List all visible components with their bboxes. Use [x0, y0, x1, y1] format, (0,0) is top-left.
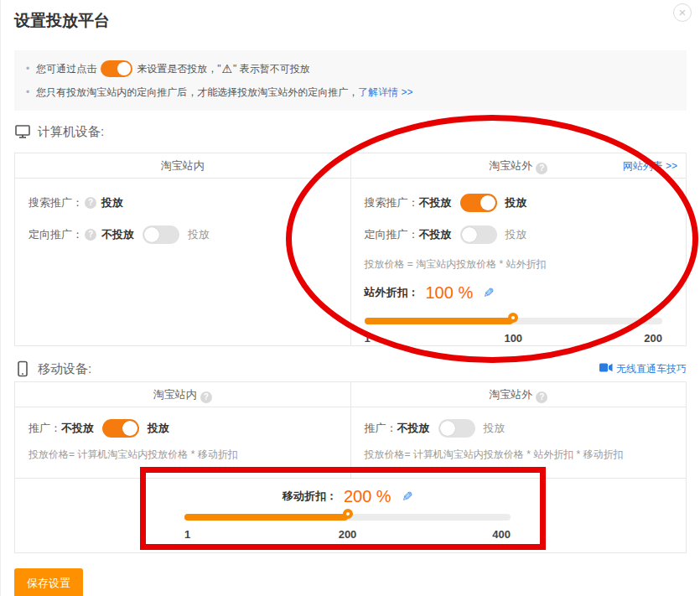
wireless-tips-link[interactable]: 无线直通车技巧 [599, 362, 687, 376]
offsite-discount-label: 站外折扣： [365, 285, 419, 300]
computer-onsite-header: 淘宝站内 [15, 153, 350, 178]
mobile-discount-head: 移动折扣： 200 % ✎ [184, 485, 511, 507]
slider-handle[interactable] [343, 509, 353, 519]
mobile-discount-label: 移动折扣： [283, 489, 337, 504]
search-state: 投放 [101, 195, 123, 210]
notice-line-2: • 您只有投放淘宝站内的定向推广后，才能选择投放淘宝站外的定向推广， 了解详情 … [26, 80, 675, 104]
pc-onsite-search-row: 搜索推广： ? 投放 [29, 194, 337, 212]
page-title: 设置投放平台 [1, 0, 700, 32]
slider-fill [184, 514, 348, 521]
help-icon[interactable]: ? [536, 163, 547, 174]
pc-offsite-target-toggle[interactable] [460, 225, 497, 244]
computer-icon [14, 123, 31, 140]
notice-line-1: • 您可通过点击 来设置是否投放，" ⚠ " 表示暂不可投放 [26, 57, 675, 80]
slider-labels: 1 200 400 [184, 527, 511, 542]
warning-icon: ⚠ [221, 62, 232, 75]
slider-max: 200 [644, 331, 662, 346]
mobile-section-title: 移动设备: [38, 361, 91, 377]
off-state-label: 不投放 [101, 227, 134, 242]
mobile-discount-slider: 1 200 400 [184, 509, 511, 542]
on-state-label: 投放 [506, 227, 527, 242]
pc-offsite-search-row: 搜索推广： 不投放 投放 [365, 194, 673, 212]
edit-pencil-icon[interactable]: ✎ [483, 285, 494, 301]
notice2-text: 您只有投放淘宝站内的定向推广后，才能选择投放淘宝站外的定向推广， [36, 86, 358, 100]
row-label: 推广： [29, 421, 61, 436]
on-state-label: 投放 [148, 421, 169, 436]
on-state-label: 投放 [484, 421, 506, 436]
notice1-mid: 来设置是否投放，" [137, 62, 220, 76]
off-state-label: 不投放 [61, 421, 94, 436]
offsite-discount-slider: 1 100 200 [365, 313, 673, 346]
video-icon [599, 363, 613, 375]
edit-pencil-icon[interactable]: ✎ [402, 489, 412, 505]
close-icon[interactable]: × [673, 3, 692, 22]
bullet-icon: • [26, 63, 29, 75]
notice1-pre: 您可通过点击 [36, 62, 96, 76]
mobile-offsite-formula: 投放价格= 计算机淘宝站内投放价格 * 站外折扣 * 移动折扣 [365, 448, 673, 461]
mobile-onsite-promo-toggle[interactable] [102, 419, 139, 438]
save-settings-button[interactable]: 保存设置 [14, 568, 83, 596]
mobile-table: 淘宝站内? 淘宝站外? 推广： 不投放 投放 投放价格= 计算机淘宝站内投放价格… [14, 381, 687, 553]
row-label: 搜索推广： [29, 195, 83, 210]
off-state-label: 不投放 [397, 421, 430, 436]
slider-min: 1 [184, 527, 190, 542]
notice-box: • 您可通过点击 来设置是否投放，" ⚠ " 表示暂不可投放 • 您只有投放淘宝… [14, 50, 687, 111]
slider-track-area[interactable] [184, 509, 511, 526]
slider-handle[interactable] [508, 313, 518, 323]
slider-current: 200 [339, 527, 357, 542]
mobile-onsite-formula: 投放价格= 计算机淘宝站内投放价格 * 移动折扣 [29, 448, 337, 461]
offsite-discount-row: 站外折扣： 100 % ✎ [365, 281, 673, 304]
pc-onsite-target-row: 定向推广： ? 不投放 投放 [29, 225, 337, 244]
help-icon[interactable]: ? [536, 391, 547, 403]
slider-fill [365, 318, 514, 324]
slider-max: 400 [492, 527, 511, 542]
row-label: 定向推广： [29, 227, 83, 242]
slider-min: 1 [365, 331, 371, 346]
computer-offsite-header: 淘宝站外? 网站列表 >> [350, 153, 687, 178]
set-platform-dialog: { "dialog": { "title": "设置投放平台", "close_… [0, 0, 700, 596]
mobile-discount-value: 200 % [344, 487, 391, 506]
computer-onsite-cell: 搜索推广： ? 投放 定向推广： ? 不投放 投放 [15, 179, 350, 345]
computer-section-title: 计算机设备: [38, 124, 104, 140]
toggle-example-icon [101, 60, 132, 77]
help-icon[interactable]: ? [85, 197, 96, 209]
mobile-offsite-cell: 推广： 不投放 投放 投放价格= 计算机淘宝站内投放价格 * 站外折扣 * 移动… [350, 407, 687, 478]
slider-current: 100 [504, 331, 522, 346]
pc-offsite-target-row: 定向推广： 不投放 投放 [365, 225, 673, 244]
computer-table: 淘宝站内 淘宝站外? 网站列表 >> 搜索推广： ? 投放 定向推广： ? 不投… [14, 153, 687, 346]
website-list-link[interactable]: 网站列表 >> [623, 153, 677, 179]
computer-offsite-cell: 搜索推广： 不投放 投放 定向推广： 不投放 投放 投放价格 = 淘宝站内投放价… [350, 179, 687, 345]
pc-offsite-search-toggle[interactable] [460, 194, 497, 212]
slider-track-area[interactable] [365, 313, 663, 329]
on-state-label: 投放 [506, 195, 527, 210]
pc-onsite-target-toggle[interactable] [143, 225, 179, 244]
bullet-icon: • [26, 86, 29, 98]
learn-more-link[interactable]: 了解详情 >> [358, 86, 412, 100]
mobile-onsite-promo-row: 推广： 不投放 投放 [29, 419, 337, 438]
row-label: 推广： [365, 421, 397, 436]
mobile-onsite-header: 淘宝站内? [15, 382, 350, 407]
on-state-label: 投放 [188, 227, 210, 242]
help-icon[interactable]: ? [200, 391, 212, 403]
offsite-discount-value: 100 % [426, 283, 474, 303]
row-label: 定向推广： [365, 227, 419, 242]
mobile-offsite-promo-row: 推广： 不投放 投放 [365, 419, 673, 438]
off-state-label: 不投放 [419, 195, 452, 210]
mobile-onsite-cell: 推广： 不投放 投放 投放价格= 计算机淘宝站内投放价格 * 移动折扣 [15, 407, 350, 478]
off-state-label: 不投放 [419, 227, 452, 242]
mobile-offsite-header: 淘宝站外? [350, 382, 687, 407]
phone-icon [14, 360, 31, 377]
help-icon[interactable]: ? [85, 229, 96, 241]
slider-labels: 1 100 200 [365, 331, 663, 346]
mobile-discount-row: 移动折扣： 200 % ✎ 1 200 400 [15, 478, 686, 552]
mobile-offsite-promo-toggle[interactable] [438, 419, 475, 438]
offsite-price-formula: 投放价格 = 淘宝站内投放价格 * 站外折扣 [365, 257, 673, 271]
row-label: 搜索推广： [365, 195, 419, 210]
computer-section-header: 计算机设备: [14, 121, 687, 143]
mobile-section-header: 移动设备: 无线直通车技巧 [14, 358, 687, 380]
notice1-post: " 表示暂不可投放 [233, 62, 310, 76]
